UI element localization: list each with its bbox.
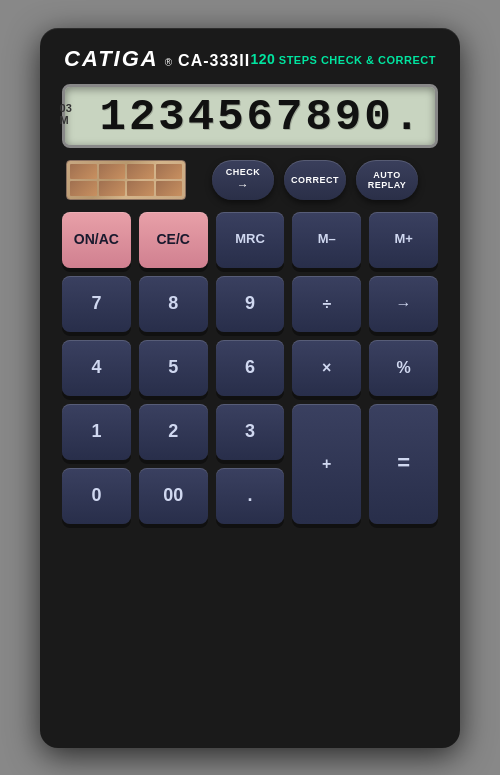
zero-button[interactable]: 0: [62, 468, 131, 524]
model-name: CA-333II: [178, 52, 250, 70]
spacer-eq: [369, 468, 438, 524]
m-plus-button[interactable]: M+: [369, 212, 438, 268]
divide-button[interactable]: ÷: [292, 276, 361, 332]
brand-name: CATIGA: [64, 46, 159, 72]
solar-cell: [99, 164, 126, 179]
key-row-3: 4 5 6 × %: [62, 340, 438, 396]
three-button[interactable]: 3: [216, 404, 285, 460]
m-minus-button[interactable]: M–: [292, 212, 361, 268]
solar-cell: [127, 181, 154, 196]
solar-cell: [70, 181, 97, 196]
on-ac-button[interactable]: ON/AC: [62, 212, 131, 268]
check-button[interactable]: CHECK →: [212, 160, 274, 200]
seven-button[interactable]: 7: [62, 276, 131, 332]
header: CATIGA® CA-333II 120 STEPS CHECK & CORRE…: [62, 46, 438, 72]
two-button[interactable]: 2: [139, 404, 208, 460]
calculator-body: CATIGA® CA-333II 120 STEPS CHECK & CORRE…: [40, 28, 460, 748]
solar-cell: [156, 181, 183, 196]
mrc-button[interactable]: MRC: [216, 212, 285, 268]
brand-area: CATIGA® CA-333II: [64, 46, 250, 72]
auto-replay-button[interactable]: AUTO REPLAY: [356, 160, 418, 200]
indicator-03: 03: [60, 102, 72, 114]
four-button[interactable]: 4: [62, 340, 131, 396]
multiply-button[interactable]: ×: [292, 340, 361, 396]
keypad: ON/AC CE/C MRC M– M+ 7 8 9 ÷ → 4 5 6 × %…: [62, 212, 438, 726]
display-area: 03 M 1234567890.: [62, 84, 438, 148]
solar-cell: [127, 164, 154, 179]
solar-row: CHECK → CORRECT AUTO REPLAY: [62, 160, 438, 200]
display-inner: 03 M 1234567890.: [77, 95, 423, 139]
key-row-5: 0 00 .: [62, 468, 438, 524]
spacer-plus: [292, 468, 361, 524]
nine-button[interactable]: 9: [216, 276, 285, 332]
solar-cell: [99, 181, 126, 196]
special-buttons: CHECK → CORRECT AUTO REPLAY: [212, 160, 418, 200]
indicator-m: M: [60, 114, 69, 126]
display-number: 1234567890.: [100, 95, 423, 139]
solar-cell: [70, 164, 97, 179]
solar-panel: [66, 160, 186, 200]
key-row-2: 7 8 9 ÷ →: [62, 276, 438, 332]
correct-button[interactable]: CORRECT: [284, 160, 346, 200]
ce-c-button[interactable]: CE/C: [139, 212, 208, 268]
five-button[interactable]: 5: [139, 340, 208, 396]
one-button[interactable]: 1: [62, 404, 131, 460]
double-zero-button[interactable]: 00: [139, 468, 208, 524]
display-indicators: 03 M: [60, 102, 92, 126]
percent-button[interactable]: %: [369, 340, 438, 396]
eight-button[interactable]: 8: [139, 276, 208, 332]
arrow-right-button[interactable]: →: [369, 276, 438, 332]
brand-reg: ®: [165, 57, 172, 68]
key-row-1: ON/AC CE/C MRC M– M+: [62, 212, 438, 268]
decimal-button[interactable]: .: [216, 468, 285, 524]
solar-cell: [156, 164, 183, 179]
six-button[interactable]: 6: [216, 340, 285, 396]
feature-text: 120 STEPS CHECK & CORRECT: [250, 51, 436, 67]
